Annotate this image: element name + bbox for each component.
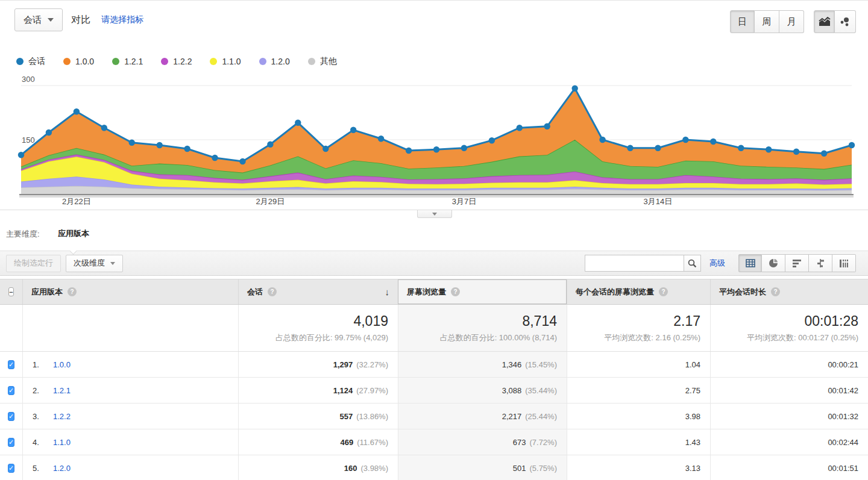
- app-version-link[interactable]: 1.2.2: [53, 412, 71, 421]
- view-performance-button[interactable]: [785, 254, 809, 272]
- view-comparison-button[interactable]: [809, 254, 832, 272]
- primary-dimension-label: 主要维度:: [6, 229, 40, 240]
- row-rank: 3.: [33, 412, 53, 421]
- screenviews-cell: 501(5.75%): [398, 455, 567, 480]
- app-version-link[interactable]: 1.2.1: [53, 386, 71, 395]
- secondary-dimension-label: 次级维度: [74, 258, 105, 269]
- help-icon[interactable]: ?: [771, 287, 780, 296]
- data-table-icon: [746, 259, 755, 267]
- legend-label: 1.0.0: [75, 57, 94, 66]
- svg-text:300: 300: [22, 75, 35, 84]
- search-button[interactable]: [684, 255, 701, 272]
- pivot-icon: [839, 259, 849, 267]
- help-icon[interactable]: ?: [659, 287, 668, 296]
- row-checkbox[interactable]: ✓: [8, 464, 14, 473]
- row-checkbox[interactable]: ✓: [8, 360, 14, 369]
- plot-rows-button[interactable]: 绘制选定行: [6, 255, 61, 272]
- row-checkbox[interactable]: ✓: [8, 438, 14, 447]
- per-session-cell: 3.98: [567, 404, 710, 429]
- legend-label: 其他: [320, 56, 337, 67]
- table-row: ✓5.1.2.0160(3.98%)501(5.75%)3.1300:01:51: [0, 455, 868, 480]
- granularity-toggle: 日 周 月: [730, 10, 804, 33]
- app-version-link[interactable]: 1.2.0: [53, 464, 71, 473]
- row-checkbox-cell: ✓: [0, 455, 22, 480]
- totals-checkbox-cell: [0, 305, 22, 351]
- per-session-value: 3.98: [685, 412, 700, 421]
- duration-value: 00:01:42: [828, 386, 858, 395]
- sessions-percent: (11.67%): [357, 438, 388, 447]
- column-header-sessions[interactable]: 会话 ? ↓: [238, 279, 398, 304]
- column-label: 会话: [247, 287, 263, 298]
- granularity-day-button[interactable]: 日: [730, 10, 755, 33]
- chart-canvas: 1503002月22日2月29日3月7日3月14日: [0, 71, 868, 210]
- screenviews-cell: 673(7.72%): [398, 429, 567, 455]
- metric-dropdown[interactable]: 会话: [14, 8, 63, 31]
- help-icon[interactable]: ?: [451, 287, 460, 296]
- svg-text:2月29日: 2月29日: [256, 197, 285, 206]
- per-session-value: 2.75: [685, 386, 700, 395]
- table-header-row: − 应用版本 ? 会话 ? ↓ 屏幕浏览量 ? 每个会话的屏幕浏览量 ? 平均会…: [0, 279, 868, 305]
- totals-sessions-value: 4,019: [353, 313, 388, 329]
- app-version-link[interactable]: 1.1.0: [53, 438, 71, 447]
- motion-chart-button[interactable]: [835, 10, 856, 33]
- line-chart-button[interactable]: [814, 10, 835, 33]
- table-row: ✓4.1.1.0469(11.67%)673(7.72%)1.4300:02:4…: [0, 429, 868, 455]
- column-header-screenviews[interactable]: 屏幕浏览量 ?: [398, 279, 567, 304]
- table-toolbar: 绘制选定行 次级维度 高级: [0, 251, 868, 276]
- view-percentage-button[interactable]: [762, 254, 785, 272]
- column-header-screenviews-per-session[interactable]: 每个会话的屏幕浏览量 ?: [567, 279, 710, 304]
- screenviews-percent: (25.44%): [525, 412, 557, 421]
- totals-per-session-cell: 2.17 平均浏览次数: 2.16 (0.25%): [567, 305, 710, 351]
- row-dimension-cell: 1.1.0.0: [22, 352, 238, 377]
- legend-dot-icon: [63, 58, 71, 65]
- row-checkbox[interactable]: ✓: [8, 412, 14, 421]
- search-icon: [688, 259, 697, 268]
- screenviews-cell: 3,088(35.44%): [398, 378, 567, 403]
- view-pivot-button[interactable]: [832, 254, 856, 272]
- sessions-cell: 1,124(27.97%): [238, 378, 398, 403]
- legend-label: 1.1.0: [222, 57, 241, 66]
- row-checkbox-cell: ✓: [0, 429, 22, 455]
- column-header-app-version[interactable]: 应用版本 ?: [22, 279, 238, 304]
- help-icon[interactable]: ?: [268, 287, 277, 296]
- help-icon[interactable]: ?: [68, 287, 77, 296]
- row-checkbox-cell: ✓: [0, 404, 22, 429]
- sessions-value: 1,124: [333, 386, 353, 395]
- granularity-week-button[interactable]: 周: [755, 10, 779, 33]
- sessions-percent: (3.98%): [360, 464, 388, 473]
- secondary-dimension-button[interactable]: 次级维度: [66, 255, 123, 272]
- legend-dot-icon: [16, 58, 24, 65]
- totals-sessions-subtext: 占总数的百分比: 99.75% (4,029): [275, 332, 388, 343]
- view-data-table-button[interactable]: [738, 254, 762, 272]
- app-version-link[interactable]: 1.0.0: [53, 360, 71, 369]
- row-checkbox-cell: ✓: [0, 352, 22, 377]
- svg-text:3月14日: 3月14日: [644, 197, 673, 206]
- line-chart-icon: [819, 17, 831, 26]
- legend-label: 会话: [28, 56, 45, 67]
- totals-duration-cell: 00:01:28 平均浏览次数: 00:01:27 (0.25%): [710, 305, 868, 351]
- per-session-cell: 3.13: [567, 455, 710, 480]
- legend-label: 1.2.2: [173, 57, 192, 66]
- row-rank: 5.: [33, 464, 53, 473]
- advanced-filter-link[interactable]: 高级: [709, 258, 725, 269]
- per-session-cell: 1.43: [567, 429, 710, 455]
- bar-list-icon: [792, 259, 802, 267]
- svg-text:2月22日: 2月22日: [62, 197, 91, 206]
- compare-label: 对比: [71, 14, 90, 26]
- chevron-down-icon: [48, 18, 54, 25]
- column-header-avg-session-duration[interactable]: 平均会话时长 ?: [710, 279, 868, 304]
- duration-value: 00:00:21: [828, 360, 858, 369]
- row-checkbox[interactable]: ✓: [8, 386, 14, 395]
- table-row: ✓2.1.2.11,124(27.97%)3,088(35.44%)2.7500…: [0, 378, 868, 404]
- sessions-cell: 557(13.86%): [238, 404, 398, 429]
- primary-dimension-app-version[interactable]: 应用版本: [58, 228, 89, 239]
- granularity-month-button[interactable]: 月: [779, 10, 804, 33]
- table-row: ✓1.1.0.01,297(32.27%)1,346(15.45%)1.0400…: [0, 352, 868, 378]
- sessions-value: 469: [341, 438, 354, 447]
- screenviews-percent: (5.75%): [529, 464, 557, 473]
- sessions-cell: 160(3.98%): [238, 455, 398, 480]
- select-metric-link[interactable]: 请选择指标: [101, 14, 143, 25]
- search-input[interactable]: [585, 255, 684, 272]
- report-table: − 应用版本 ? 会话 ? ↓ 屏幕浏览量 ? 每个会话的屏幕浏览量 ? 平均会…: [0, 279, 868, 480]
- select-all-checkbox[interactable]: −: [8, 287, 14, 296]
